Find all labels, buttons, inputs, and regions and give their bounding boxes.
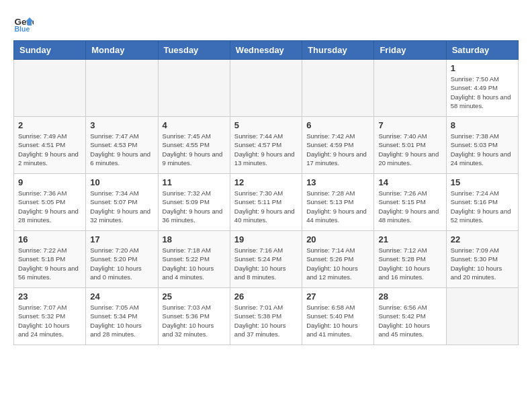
- day-info: Sunrise: 7:32 AM Sunset: 5:09 PM Dayligh…: [163, 189, 226, 224]
- calendar-cell: 18Sunrise: 7:18 AM Sunset: 5:22 PM Dayli…: [158, 231, 230, 288]
- calendar-cell: 8Sunrise: 7:38 AM Sunset: 5:03 PM Daylig…: [446, 117, 518, 174]
- day-number: 9: [18, 177, 81, 187]
- day-info: Sunrise: 7:16 AM Sunset: 5:24 PM Dayligh…: [234, 246, 298, 281]
- day-number: 15: [451, 177, 514, 187]
- day-number: 11: [163, 177, 226, 187]
- calendar-cell: 17Sunrise: 7:20 AM Sunset: 5:20 PM Dayli…: [86, 231, 158, 288]
- day-info: Sunrise: 7:30 AM Sunset: 5:11 PM Dayligh…: [234, 189, 298, 224]
- day-number: 24: [90, 291, 153, 302]
- day-info: Sunrise: 7:36 AM Sunset: 5:05 PM Dayligh…: [18, 189, 81, 224]
- day-number: 2: [18, 120, 81, 130]
- day-info: Sunrise: 7:18 AM Sunset: 5:22 PM Dayligh…: [163, 246, 226, 281]
- day-info: Sunrise: 7:14 AM Sunset: 5:26 PM Dayligh…: [306, 246, 369, 281]
- day-number: 8: [451, 120, 514, 130]
- day-info: Sunrise: 7:20 AM Sunset: 5:20 PM Dayligh…: [90, 246, 153, 281]
- calendar-cell: 27Sunrise: 6:58 AM Sunset: 5:40 PM Dayli…: [302, 288, 374, 345]
- calendar-cell: 12Sunrise: 7:30 AM Sunset: 5:11 PM Dayli…: [230, 174, 302, 231]
- day-number: 16: [18, 234, 81, 244]
- calendar-cell: 14Sunrise: 7:26 AM Sunset: 5:15 PM Dayli…: [374, 174, 446, 231]
- calendar-cell: 28Sunrise: 6:56 AM Sunset: 5:42 PM Dayli…: [374, 288, 446, 345]
- day-number: 6: [306, 120, 369, 130]
- day-info: Sunrise: 7:42 AM Sunset: 4:59 PM Dayligh…: [306, 132, 369, 167]
- calendar-cell: 11Sunrise: 7:32 AM Sunset: 5:09 PM Dayli…: [158, 174, 230, 231]
- day-number: 14: [378, 177, 441, 187]
- day-info: Sunrise: 7:12 AM Sunset: 5:28 PM Dayligh…: [378, 246, 441, 281]
- weekday-header: Tuesday: [158, 41, 230, 60]
- calendar-table: SundayMondayTuesdayWednesdayThursdayFrid…: [13, 40, 519, 345]
- day-number: 25: [163, 291, 226, 302]
- day-info: Sunrise: 7:24 AM Sunset: 5:16 PM Dayligh…: [451, 189, 514, 224]
- calendar-cell: 2Sunrise: 7:49 AM Sunset: 4:51 PM Daylig…: [14, 117, 86, 174]
- logo-icon: General Blue: [13, 13, 34, 34]
- page-header: General Blue: [13, 13, 519, 34]
- day-info: Sunrise: 7:47 AM Sunset: 4:53 PM Dayligh…: [90, 132, 153, 167]
- calendar-cell: 19Sunrise: 7:16 AM Sunset: 5:24 PM Dayli…: [230, 231, 302, 288]
- day-info: Sunrise: 7:44 AM Sunset: 4:57 PM Dayligh…: [234, 132, 298, 167]
- calendar-cell: 13Sunrise: 7:28 AM Sunset: 5:13 PM Dayli…: [302, 174, 374, 231]
- day-number: 19: [234, 234, 298, 244]
- day-info: Sunrise: 7:38 AM Sunset: 5:03 PM Dayligh…: [451, 132, 514, 167]
- day-number: 28: [378, 291, 441, 302]
- calendar-cell: 7Sunrise: 7:40 AM Sunset: 5:01 PM Daylig…: [374, 117, 446, 174]
- day-info: Sunrise: 7:05 AM Sunset: 5:34 PM Dayligh…: [90, 303, 153, 338]
- calendar-cell: 26Sunrise: 7:01 AM Sunset: 5:38 PM Dayli…: [230, 288, 302, 345]
- calendar-cell: 5Sunrise: 7:44 AM Sunset: 4:57 PM Daylig…: [230, 117, 302, 174]
- calendar-cell: [374, 60, 446, 117]
- calendar-cell: 4Sunrise: 7:45 AM Sunset: 4:55 PM Daylig…: [158, 117, 230, 174]
- day-number: 22: [451, 234, 514, 244]
- calendar-cell: 24Sunrise: 7:05 AM Sunset: 5:34 PM Dayli…: [86, 288, 158, 345]
- day-number: 5: [234, 120, 298, 130]
- day-number: 12: [234, 177, 298, 187]
- calendar-cell: [230, 60, 302, 117]
- day-number: 4: [163, 120, 226, 130]
- calendar-cell: [86, 60, 158, 117]
- calendar-cell: [14, 60, 86, 117]
- day-info: Sunrise: 6:58 AM Sunset: 5:40 PM Dayligh…: [306, 303, 369, 338]
- day-number: 1: [451, 63, 514, 73]
- day-number: 27: [306, 291, 369, 302]
- calendar-cell: 16Sunrise: 7:22 AM Sunset: 5:18 PM Dayli…: [14, 231, 86, 288]
- day-info: Sunrise: 7:26 AM Sunset: 5:15 PM Dayligh…: [378, 189, 441, 224]
- weekday-header: Sunday: [14, 41, 86, 60]
- day-number: 7: [378, 120, 441, 130]
- calendar-cell: 21Sunrise: 7:12 AM Sunset: 5:28 PM Dayli…: [374, 231, 446, 288]
- calendar-cell: 10Sunrise: 7:34 AM Sunset: 5:07 PM Dayli…: [86, 174, 158, 231]
- calendar-cell: [158, 60, 230, 117]
- calendar-cell: 23Sunrise: 7:07 AM Sunset: 5:32 PM Dayli…: [14, 288, 86, 345]
- day-info: Sunrise: 7:03 AM Sunset: 5:36 PM Dayligh…: [163, 303, 226, 338]
- weekday-header: Monday: [86, 41, 158, 60]
- day-info: Sunrise: 7:50 AM Sunset: 4:49 PM Dayligh…: [451, 75, 514, 110]
- day-info: Sunrise: 7:01 AM Sunset: 5:38 PM Dayligh…: [234, 303, 298, 338]
- svg-text:Blue: Blue: [15, 25, 30, 33]
- calendar-cell: 15Sunrise: 7:24 AM Sunset: 5:16 PM Dayli…: [446, 174, 518, 231]
- weekday-header: Friday: [374, 41, 446, 60]
- calendar-cell: [446, 288, 518, 345]
- day-info: Sunrise: 7:40 AM Sunset: 5:01 PM Dayligh…: [378, 132, 441, 167]
- day-info: Sunrise: 7:28 AM Sunset: 5:13 PM Dayligh…: [306, 189, 369, 224]
- day-number: 10: [90, 177, 153, 187]
- day-info: Sunrise: 6:56 AM Sunset: 5:42 PM Dayligh…: [378, 303, 441, 338]
- calendar-cell: 20Sunrise: 7:14 AM Sunset: 5:26 PM Dayli…: [302, 231, 374, 288]
- calendar-cell: [302, 60, 374, 117]
- day-number: 26: [234, 291, 298, 302]
- weekday-header: Thursday: [302, 41, 374, 60]
- day-info: Sunrise: 7:07 AM Sunset: 5:32 PM Dayligh…: [18, 303, 81, 338]
- calendar-cell: 6Sunrise: 7:42 AM Sunset: 4:59 PM Daylig…: [302, 117, 374, 174]
- day-number: 23: [18, 291, 81, 302]
- day-number: 18: [163, 234, 226, 244]
- day-info: Sunrise: 7:22 AM Sunset: 5:18 PM Dayligh…: [18, 246, 81, 281]
- weekday-header: Saturday: [446, 41, 518, 60]
- logo: General Blue: [13, 13, 39, 34]
- day-number: 13: [306, 177, 369, 187]
- calendar-cell: 25Sunrise: 7:03 AM Sunset: 5:36 PM Dayli…: [158, 288, 230, 345]
- day-number: 3: [90, 120, 153, 130]
- day-number: 17: [90, 234, 153, 244]
- weekday-header: Wednesday: [230, 41, 302, 60]
- calendar-cell: 1Sunrise: 7:50 AM Sunset: 4:49 PM Daylig…: [446, 60, 518, 117]
- calendar-cell: 22Sunrise: 7:09 AM Sunset: 5:30 PM Dayli…: [446, 231, 518, 288]
- day-info: Sunrise: 7:45 AM Sunset: 4:55 PM Dayligh…: [163, 132, 226, 167]
- day-info: Sunrise: 7:34 AM Sunset: 5:07 PM Dayligh…: [90, 189, 153, 224]
- calendar-cell: 9Sunrise: 7:36 AM Sunset: 5:05 PM Daylig…: [14, 174, 86, 231]
- day-info: Sunrise: 7:09 AM Sunset: 5:30 PM Dayligh…: [451, 246, 514, 281]
- day-number: 20: [306, 234, 369, 244]
